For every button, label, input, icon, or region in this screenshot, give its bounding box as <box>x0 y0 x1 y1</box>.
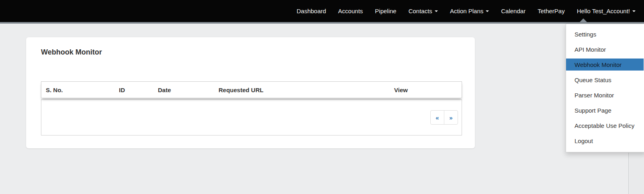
menu-item-logout[interactable]: Logout <box>566 133 644 148</box>
nav-item-pipeline[interactable]: Pipeline <box>369 0 402 22</box>
nav-item-action-plans[interactable]: Action Plans <box>444 0 495 22</box>
nav-item-dashboard[interactable]: Dashboard <box>290 0 332 22</box>
scrollbar-gutter <box>628 153 644 194</box>
nav-item-label: Pipeline <box>375 8 396 14</box>
menu-item-acceptable-use-policy[interactable]: Acceptable Use Policy <box>566 118 644 133</box>
menu-item-settings[interactable]: Settings <box>566 26 644 42</box>
table-header-row: S. No. ID Date Requested URL View <box>41 81 462 98</box>
nav-item-label: Action Plans <box>450 8 483 14</box>
menu-item-label: Acceptable Use Policy <box>566 119 644 131</box>
nav-item-label: TetherPay <box>538 8 565 14</box>
menu-item-queue-status[interactable]: Queue Status <box>566 72 644 87</box>
nav-item-label: Contacts <box>409 8 432 14</box>
menu-item-label: Parser Monitor <box>566 89 644 101</box>
menu-item-support-page[interactable]: Support Page <box>566 103 644 118</box>
menu-item-label: Support Page <box>566 104 644 116</box>
navbar-bottom-strip <box>0 22 644 24</box>
pagination-next-button[interactable]: » <box>444 110 458 125</box>
column-header-date: Date <box>153 87 214 93</box>
column-header-sno: S. No. <box>41 87 114 93</box>
nav-item-label: Accounts <box>338 8 363 14</box>
menu-item-webhook-monitor[interactable]: Webhook Monitor <box>566 57 644 72</box>
column-header-id: ID <box>114 87 153 93</box>
nav-item-accounts[interactable]: Accounts <box>332 0 369 22</box>
nav-item-label: Dashboard <box>296 8 326 14</box>
webhook-monitor-card: Webhook Monitor S. No. ID Date Requested… <box>26 37 475 148</box>
menu-item-label: Settings <box>566 28 644 40</box>
column-header-requested-url: Requested URL <box>214 87 390 93</box>
caret-down-icon <box>435 10 438 12</box>
dropdown-pointer-icon <box>580 18 587 22</box>
menu-item-label: API Monitor <box>566 43 644 55</box>
menu-item-label: Webhook Monitor <box>566 59 644 71</box>
page-title: Webhook Monitor <box>41 48 102 57</box>
table-body-empty: « » <box>41 99 462 135</box>
caret-down-icon <box>486 10 489 12</box>
nav-item-calendar[interactable]: Calendar <box>495 0 532 22</box>
nav-item-label: Hello Test_Account! <box>577 8 630 14</box>
caret-down-icon <box>632 10 636 12</box>
column-header-view: View <box>390 87 462 93</box>
nav-item-label: Calendar <box>501 8 525 14</box>
menu-item-label: Queue Status <box>566 74 644 86</box>
pagination-prev-button[interactable]: « <box>430 110 444 125</box>
pagination: « » <box>430 110 458 125</box>
menu-item-label: Logout <box>566 135 644 147</box>
nav-item-tetherpay[interactable]: TetherPay <box>532 0 571 22</box>
nav-item-contacts[interactable]: Contacts <box>403 0 444 22</box>
user-dropdown-menu: Settings API Monitor Webhook Monitor Que… <box>566 24 644 152</box>
menu-item-api-monitor[interactable]: API Monitor <box>566 42 644 57</box>
menu-item-parser-monitor[interactable]: Parser Monitor <box>566 87 644 103</box>
page: Dashboard Accounts Pipeline Contacts Act… <box>0 0 644 194</box>
top-navbar: Dashboard Accounts Pipeline Contacts Act… <box>0 0 644 22</box>
